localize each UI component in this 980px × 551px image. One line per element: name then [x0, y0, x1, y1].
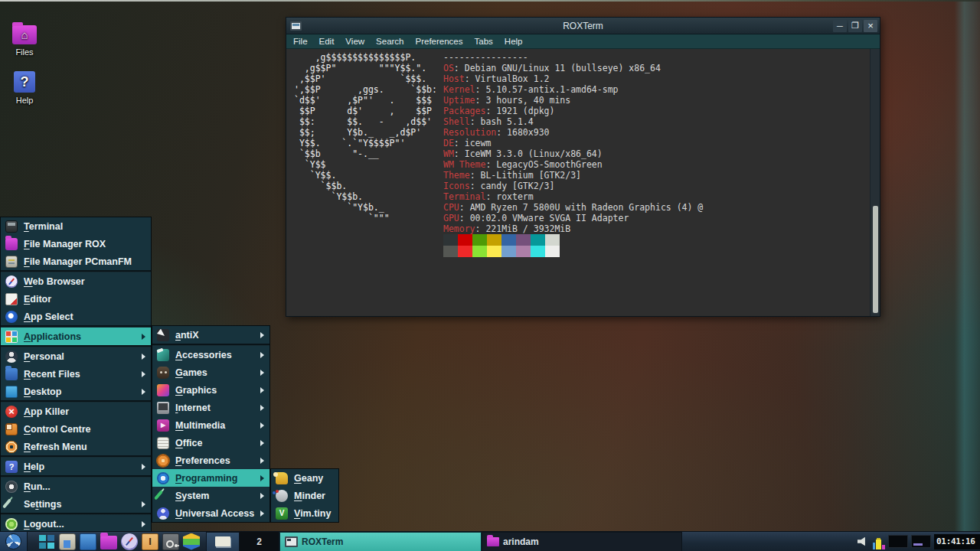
browser-compass-icon[interactable]: [121, 533, 138, 550]
preferences-icon: [157, 455, 169, 467]
show-desktop-icon[interactable]: [38, 533, 55, 550]
submenu-arrow-icon: [142, 334, 145, 340]
menu-item-terminal[interactable]: Terminal: [1, 217, 151, 235]
neofetch-line-wm: WM: IceWM 3.3.0 (Linux/x86_64): [443, 148, 703, 159]
neofetch-label: DE: [443, 138, 454, 148]
programming-icon: [157, 472, 169, 484]
submenu-item-games[interactable]: Games: [152, 364, 270, 381]
screenshot-key-icon[interactable]: [162, 533, 179, 550]
rox-folder-icon[interactable]: [100, 536, 117, 549]
menu-item-logout[interactable]: Logout...: [1, 515, 151, 533]
neofetch-value: : VirtualBox 1.2: [465, 73, 550, 84]
submenu-arrow-icon: [260, 440, 264, 446]
menu-item-label: App Killer: [24, 406, 69, 417]
palette-color-swatch: [487, 234, 501, 246]
close-button[interactable]: ×: [864, 20, 877, 32]
submenu-item-office[interactable]: Office: [152, 434, 270, 452]
workspace-window-icon: [215, 536, 230, 546]
task-roxterm[interactable]: ROXTerm: [279, 532, 482, 551]
submenu-item-accessories[interactable]: Accessories: [152, 346, 270, 364]
minimize-button[interactable]: ─: [833, 20, 847, 32]
palette-color-swatch: [531, 234, 545, 246]
neofetch-value: : 5.10.57-antix.1-amd64-smp: [475, 84, 619, 95]
desktop-icon-files[interactable]: Files: [0, 25, 49, 57]
menu-item-web-browser[interactable]: Web Browser: [1, 272, 151, 290]
neofetch-label: CPU: [443, 202, 459, 213]
desktop-icon-help[interactable]: Help: [0, 71, 49, 105]
submenu-item-programming[interactable]: Programming: [152, 469, 270, 487]
titlebar[interactable]: ROXTerm ─ ❐ ×: [286, 18, 880, 34]
layers-icon[interactable]: [183, 533, 200, 550]
submenu-item-minder[interactable]: Minder: [271, 487, 338, 504]
menubar-item-preferences[interactable]: Preferences: [416, 37, 463, 46]
submenu-item-preferences[interactable]: Preferences: [152, 452, 270, 469]
submenu-item-vim-tiny[interactable]: Vim.tiny: [271, 504, 338, 522]
neofetch-line-resolution: Resolution: 1680x930: [443, 127, 703, 138]
submenu-item-antix[interactable]: antiX: [152, 326, 270, 344]
menu-item-label: File Manager ROX: [24, 239, 106, 249]
menubar-item-view[interactable]: View: [345, 37, 364, 46]
menu-item-app-select[interactable]: App Select: [1, 308, 151, 325]
menu-item-label: Games: [175, 367, 207, 378]
menubar-item-file[interactable]: File: [293, 37, 308, 46]
menu-item-recent-files[interactable]: Recent Files: [1, 365, 151, 383]
maximize-button[interactable]: ❐: [848, 20, 862, 32]
volume-icon[interactable]: [858, 536, 870, 546]
neofetch-value: : 1921 (dpkg): [485, 106, 554, 116]
menu-item-editor[interactable]: Editor: [1, 290, 151, 308]
cpu-bar-yellow: [876, 540, 881, 549]
menu-item-applications[interactable]: Applications: [1, 328, 151, 345]
menubar-item-help[interactable]: Help: [505, 37, 523, 46]
menu-item-file-manager-pcmanfm[interactable]: File Manager PCmanFM: [1, 253, 151, 270]
submenu-arrow-icon: [260, 475, 264, 481]
menu-item-run[interactable]: Run...: [1, 478, 151, 495]
workspace-2-button[interactable]: 2: [240, 532, 279, 551]
neofetch-value: : AMD Ryzen 7 5800U with Radeon Graphics…: [459, 202, 704, 213]
task-list: ROXTermarindam: [279, 532, 682, 551]
submenu-arrow-icon: [260, 370, 264, 376]
submenu-arrow-icon: [260, 332, 264, 338]
neofetch-line-shell: Shell: bash 5.1.4: [443, 116, 703, 127]
menu-item-refresh-menu[interactable]: Refresh Menu: [1, 438, 151, 455]
submenu-arrow-icon: [260, 405, 264, 411]
roxterm-window: ROXTerm ─ ❐ × FileEditViewSearchPreferen…: [286, 17, 880, 317]
start-menu-button[interactable]: [0, 532, 28, 551]
menubar-item-tabs[interactable]: Tabs: [475, 37, 493, 46]
menu-item-personal[interactable]: Personal: [1, 347, 151, 365]
file-blue-icon[interactable]: [80, 533, 96, 550]
submenu-item-multimedia[interactable]: Multimedia: [152, 416, 270, 434]
palette-color-swatch: [472, 246, 487, 257]
menu-item-app-killer[interactable]: App Killer: [1, 403, 151, 420]
submenu-item-geany[interactable]: Geany: [271, 469, 338, 487]
submenu-arrow-icon: [260, 387, 264, 393]
submenu-item-internet[interactable]: Internet: [152, 399, 270, 416]
system-icon: [157, 490, 169, 502]
submenu-item-system[interactable]: System: [152, 487, 270, 504]
task-arindam[interactable]: arindam: [482, 532, 682, 551]
submenu-item-graphics[interactable]: Graphics: [152, 381, 270, 399]
menu-item-label: Recent Files: [24, 369, 80, 380]
clipboard-icon[interactable]: [59, 533, 76, 550]
menu-item-desktop[interactable]: Desktop: [1, 383, 151, 400]
clock: 01:41:16 P: [934, 534, 980, 549]
menubar-item-edit[interactable]: Edit: [319, 37, 335, 46]
palette-color-swatch: [501, 246, 516, 257]
scrollbar[interactable]: [870, 49, 880, 316]
cpu-bar-blue: [873, 543, 875, 549]
menu-item-label: Office: [175, 438, 202, 448]
terminal-menubar: FileEditViewSearchPreferencesTabsHelp: [286, 34, 880, 49]
file-manager-icon: [5, 256, 18, 268]
neofetch-label: WM Theme: [443, 159, 485, 170]
menubar-item-search[interactable]: Search: [376, 37, 403, 46]
submenu-item-universal-access[interactable]: Universal Access: [152, 504, 270, 522]
menu-item-control-centre[interactable]: Control Centre: [1, 420, 151, 438]
text-editor-icon[interactable]: [142, 533, 158, 550]
scrollbar-thumb[interactable]: [873, 206, 878, 313]
submenu-arrow-icon: [260, 458, 264, 464]
palette-color-swatch: [545, 246, 560, 257]
menu-item-settings[interactable]: Settings: [1, 495, 151, 513]
menu-item-help[interactable]: Help: [1, 458, 151, 475]
menu-item-file-manager-rox[interactable]: File Manager ROX: [1, 235, 151, 253]
workspace-1-button[interactable]: [206, 532, 240, 551]
terminal-content[interactable]: ,g$$$$$$$$$$$$$$$P. ,g$$P" """Y$$.". ,$$…: [286, 49, 880, 316]
